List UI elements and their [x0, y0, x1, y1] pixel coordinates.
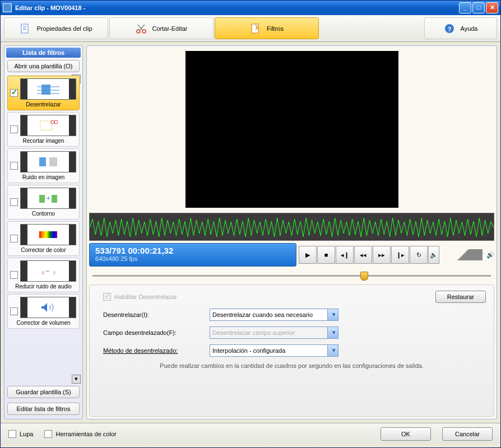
filter-item-crop[interactable]: Recortar imagen [7, 112, 80, 147]
filter-settings-panel: Habilitar Desentrelazar Restaurar Desent… [89, 284, 494, 417]
restore-button[interactable]: Restaurar [435, 291, 486, 303]
maximize-button[interactable]: □ [472, 2, 485, 13]
tab-label: Propiedades del clip [36, 25, 92, 32]
playback-info: 533/791 00:00:21,32 640x480 25 fps [89, 243, 296, 267]
timeline-thumb[interactable] [360, 272, 368, 281]
color-tools-checkbox[interactable] [44, 430, 52, 438]
svg-rect-18 [39, 157, 46, 166]
filter-item-deinterlace[interactable]: Desentrelazar [7, 76, 80, 110]
filter-checkbox[interactable] [10, 307, 18, 315]
setting-label: Método de desentrelazado: [103, 347, 210, 354]
setting-label: Desentrelazar(I): [103, 311, 210, 318]
method-select[interactable]: Interpolación - configurada [210, 344, 338, 357]
filter-list: ▴ Desentrelazar Recortar imagen Ruido en… [6, 74, 81, 384]
video-preview [185, 51, 398, 208]
tab-properties[interactable]: Propiedades del clip [4, 17, 108, 39]
filter-label: Contorno [32, 211, 55, 217]
open-template-button[interactable]: Abrir una plantilla (O) [7, 60, 80, 72]
preview-area [89, 48, 494, 211]
resolution-fps: 640x480 25 fps [95, 255, 290, 262]
timeline[interactable] [89, 270, 494, 281]
volume-slider[interactable] [443, 249, 483, 260]
filter-checkbox[interactable] [10, 125, 18, 133]
filter-label: Corrector de volumen [16, 320, 70, 326]
filter-item-volume[interactable]: Corrector de volumen [7, 294, 80, 329]
loop-button[interactable]: ↻ [410, 246, 428, 264]
titlebar: Editar clip - MOV00418 - _ □ ✕ [1, 1, 500, 15]
rewind-button[interactable]: ◂◂ [354, 246, 372, 264]
filter-thumb-icon: ♪♪ [20, 260, 76, 282]
tab-filters[interactable]: Filtros [215, 17, 319, 39]
document-icon [20, 23, 31, 34]
svg-text:?: ? [447, 26, 451, 32]
ok-button[interactable]: OK [381, 427, 431, 441]
svg-point-17 [54, 120, 58, 124]
color-tools-label: Herramientas de color [55, 431, 116, 437]
magnifier-checkbox[interactable] [8, 430, 16, 438]
edit-filter-list-button[interactable]: Editar lista de filtros [7, 403, 80, 415]
filter-checkbox[interactable] [10, 162, 18, 170]
help-icon: ? [444, 23, 455, 34]
filter-label: Reducir ruido de audio [15, 283, 72, 290]
deinterlace-select[interactable]: Desentrelazar cuando sea necesario [210, 309, 338, 321]
filter-item-color[interactable]: Corrector de color [7, 221, 80, 256]
filter-label: Desentrelazar [26, 101, 61, 108]
save-template-button[interactable]: Guardar plantilla (S) [7, 386, 80, 398]
filter-thumb-icon [20, 115, 76, 136]
field-select: Desentrelazar campo superior [210, 326, 338, 339]
sidebar-header: Lista de filtros [6, 48, 81, 58]
speaker-icon: 🔊 [486, 251, 494, 259]
main-panel: 533/791 00:00:21,32 640x480 25 fps ▶ ■ ◂… [86, 45, 497, 419]
svg-rect-21 [52, 195, 57, 203]
prev-frame-button[interactable]: ◂❙ [336, 246, 354, 264]
tab-cut-edit[interactable]: Cortar-Editar [109, 17, 214, 39]
close-button[interactable]: ✕ [486, 2, 498, 13]
svg-rect-0 [21, 24, 28, 33]
window: Editar clip - MOV00418 - _ □ ✕ Propiedad… [0, 0, 501, 448]
svg-rect-11 [41, 85, 50, 95]
play-button[interactable]: ▶ [299, 246, 317, 264]
scroll-down-button[interactable]: ▾ [72, 375, 81, 384]
audio-waveform[interactable] [89, 213, 494, 241]
filter-thumb-icon [20, 224, 76, 245]
svg-rect-15 [40, 121, 52, 130]
tab-label: Ayuda [461, 25, 478, 32]
filter-checkbox[interactable] [10, 198, 18, 206]
setting-label: Campo desentrelazado(F): [103, 329, 210, 336]
stop-button[interactable]: ■ [317, 246, 335, 264]
filter-item-audio-noise[interactable]: ♪♪ Reducir ruido de audio [7, 258, 80, 292]
svg-rect-19 [49, 157, 57, 166]
svg-rect-22 [39, 231, 57, 238]
filter-icon [250, 23, 261, 34]
tab-help[interactable]: ? Ayuda [424, 17, 497, 39]
toolbar: Propiedades del clip Cortar-Editar Filtr… [1, 15, 500, 42]
svg-rect-20 [39, 195, 45, 203]
minimize-button[interactable]: _ [459, 2, 471, 13]
enable-label: Habilitar Desentrelazar [114, 293, 177, 300]
enable-checkbox[interactable] [103, 293, 111, 301]
svg-text:♪: ♪ [41, 269, 45, 276]
forward-button[interactable]: ▸▸ [373, 246, 391, 264]
filter-label: Recortar imagen [23, 138, 64, 144]
filter-label: Ruido en imagen [22, 174, 65, 180]
frame-time: 533/791 00:00:21,32 [95, 246, 290, 255]
app-icon [3, 3, 12, 12]
tab-label: Filtros [267, 25, 284, 32]
filter-checkbox[interactable] [10, 235, 18, 242]
window-title: Editar clip - MOV00418 - [15, 4, 459, 11]
mute-button[interactable]: 🔈 [428, 246, 439, 264]
magnifier-label: Lupa [20, 431, 33, 437]
filter-item-noise[interactable]: Ruido en imagen [7, 148, 80, 183]
scissors-icon [136, 23, 147, 34]
playback-controls: ▶ ■ ◂❙ ◂◂ ▸▸ ❙▸ ↻ 🔈 🔊 [299, 243, 494, 267]
filter-thumb-icon [20, 78, 76, 100]
tab-label: Cortar-Editar [152, 25, 188, 32]
svg-rect-8 [252, 24, 258, 33]
filter-label: Corrector de color [21, 247, 66, 253]
next-frame-button[interactable]: ❙▸ [391, 246, 409, 264]
filter-checkbox[interactable] [10, 271, 18, 279]
filter-item-contour[interactable]: Contorno [7, 185, 80, 220]
filter-thumb-icon [20, 151, 76, 172]
filter-checkbox[interactable] [10, 89, 18, 97]
cancel-button[interactable]: Cancelar [442, 427, 493, 441]
